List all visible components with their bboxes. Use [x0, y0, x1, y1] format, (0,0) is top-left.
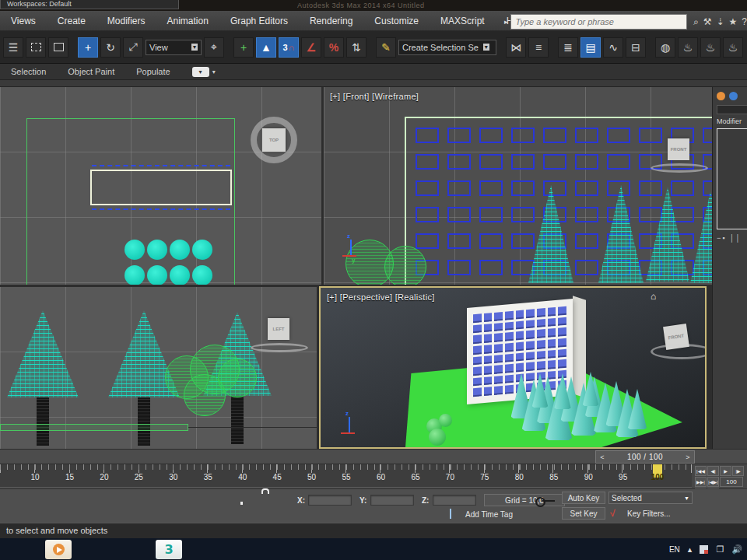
window-crossing-icon[interactable]: [48, 37, 68, 58]
render-setup-button[interactable]: ♨: [678, 37, 698, 58]
use-pivot-center-button[interactable]: ⌖: [204, 37, 224, 58]
time-slider-handle[interactable]: < 100 / 100 >: [595, 450, 695, 464]
current-frame-field[interactable]: 100: [720, 477, 743, 487]
viewport-perspective[interactable]: [+] [Perspective] [Realistic] ⌂ FRONT z: [319, 286, 707, 449]
named-selection-set-dropdown[interactable]: Create Selection Se ▾: [398, 40, 496, 55]
snap-toggle-3d-button[interactable]: 3∩: [279, 37, 299, 58]
next-frame-button[interactable]: |▶: [732, 466, 744, 476]
rendered-frame-button[interactable]: ♨: [700, 37, 721, 58]
spinner-snap-button[interactable]: ⇅: [346, 37, 366, 58]
go-to-start-button[interactable]: |◀◀: [695, 466, 707, 476]
reference-coordinate-dropdown[interactable]: View ▾: [146, 40, 202, 55]
wrench-icon[interactable]: ⚒: [703, 16, 712, 27]
keyboard-override-button[interactable]: ✎: [376, 37, 396, 58]
taskbar-media-app-icon[interactable]: [45, 540, 72, 559]
menu-rendering[interactable]: Rendering: [299, 11, 363, 31]
tab-populate[interactable]: Populate: [125, 64, 181, 80]
object-name-field[interactable]: [717, 105, 747, 114]
menu-graph-editors[interactable]: Graph Editors: [219, 11, 299, 31]
menu-views[interactable]: Views: [0, 11, 47, 31]
scene-explorer-button[interactable]: ▤: [580, 37, 601, 58]
schematic-view-button[interactable]: ⊟: [626, 37, 646, 58]
key-mode-toggle[interactable]: |◀▶|: [707, 477, 719, 487]
menu-animation[interactable]: Animation: [156, 11, 219, 31]
menu-customize[interactable]: Customize: [363, 11, 430, 31]
previous-frame-button[interactable]: ◀|: [707, 466, 719, 476]
action-center-flag-icon[interactable]: [700, 545, 708, 554]
select-manipulate-button[interactable]: +: [233, 37, 254, 58]
viewcube-ring-front[interactable]: [651, 163, 708, 173]
menu-maxscript[interactable]: MAXScript: [430, 11, 496, 31]
viewport-front[interactable]: [+] [Front] [Wireframe] z y FRONT: [324, 87, 712, 285]
viewcube-ring-left[interactable]: [251, 343, 308, 352]
key-selection-dropdown[interactable]: Selected ▼: [608, 492, 693, 504]
play-button[interactable]: ▶: [720, 466, 731, 476]
viewcube-front[interactable]: FRONT: [668, 138, 689, 160]
z-coordinate-field[interactable]: [433, 495, 476, 506]
binoculars-icon[interactable]: ⌕: [693, 16, 699, 27]
tab-object-paint[interactable]: Object Paint: [57, 64, 125, 80]
signin-icon[interactable]: ⇣: [716, 16, 724, 27]
speaker-icon[interactable]: 🔊: [731, 544, 742, 555]
menu-modifiers[interactable]: Modifiers: [96, 11, 156, 31]
ribbon-minimize-dropdown-icon[interactable]: ▾: [212, 68, 216, 75]
add-time-tag-label[interactable]: Add Time Tag: [465, 510, 513, 519]
key-filters-button[interactable]: Key Filters...: [627, 509, 671, 518]
modify-tab-icon[interactable]: [729, 92, 738, 100]
time-tag-icon[interactable]: [450, 509, 451, 519]
3dsmax-logo-icon: З: [165, 543, 174, 557]
infocenter-caret-icon[interactable]: ▸: [504, 18, 508, 26]
viewport-left[interactable]: LEFT: [0, 287, 317, 449]
select-by-name-icon[interactable]: ☰: [3, 37, 23, 58]
viewport-label-front[interactable]: [+] [Front] [Wireframe]: [330, 92, 419, 101]
percent-snap-button[interactable]: %: [324, 37, 344, 58]
viewcube-ring-perspective[interactable]: [651, 344, 707, 359]
modifier-list-label[interactable]: Modifier: [713, 117, 747, 125]
viewport-label-perspective[interactable]: [+] [Perspective] [Realistic]: [327, 292, 435, 302]
create-tab-icon[interactable]: [717, 92, 725, 100]
angle-snap-button[interactable]: ∠: [301, 37, 321, 58]
layer-manager-button[interactable]: ≣: [558, 37, 578, 58]
auto-key-button[interactable]: Auto Key: [562, 492, 605, 504]
x-coordinate-field[interactable]: [308, 495, 352, 506]
rectangular-selection-icon[interactable]: [26, 37, 46, 58]
select-move-button[interactable]: +: [78, 37, 98, 58]
next-frame-arrow[interactable]: >: [682, 453, 694, 461]
modifier-stack-buttons[interactable]: −▪ ││: [713, 229, 747, 242]
trackbar-frame-label: 45: [273, 473, 282, 481]
go-to-end-button[interactable]: ▶▶|: [695, 477, 707, 487]
help-icon[interactable]: ?: [742, 16, 747, 27]
arrow-up-button[interactable]: ▲: [256, 37, 276, 58]
search-input[interactable]: [510, 14, 687, 30]
align-button[interactable]: ≡: [528, 37, 549, 58]
window-tray-icon[interactable]: ❐: [716, 544, 724, 555]
ribbon-minimize-button[interactable]: ▾: [192, 67, 209, 77]
new-key-curve-icon[interactable]: √: [610, 508, 615, 519]
tray-chevron-icon[interactable]: ▴: [688, 544, 693, 555]
previous-frame-arrow[interactable]: <: [596, 453, 608, 461]
viewcube-left[interactable]: LEFT: [268, 318, 289, 340]
curve-editor-button[interactable]: ∿: [603, 37, 623, 58]
render-production-button[interactable]: ♨: [723, 37, 743, 58]
window-cell: [639, 180, 662, 196]
star-icon[interactable]: ★: [729, 16, 738, 27]
window-cell: [447, 180, 471, 196]
track-bar-ruler[interactable]: 101520253035404550556065707580859095100: [0, 464, 692, 488]
taskbar-3dsmax-icon[interactable]: З: [156, 540, 182, 559]
language-indicator[interactable]: EN: [669, 545, 680, 554]
viewcube-top[interactable]: TOP: [262, 128, 286, 152]
tab-selection[interactable]: Selection: [0, 64, 57, 80]
set-key-button[interactable]: Set Key: [562, 507, 605, 520]
material-editor-button[interactable]: ◍: [655, 37, 675, 58]
home-icon[interactable]: ⌂: [651, 291, 656, 302]
select-rotate-button[interactable]: ↻: [100, 37, 121, 58]
viewport-top[interactable]: TOP: [0, 87, 321, 285]
select-scale-button[interactable]: ⤢: [123, 37, 143, 58]
workspace-dropdown[interactable]: Workspaces: Default: [0, 0, 179, 9]
menu-create[interactable]: Create: [47, 11, 96, 31]
time-slider-track[interactable]: < 100 / 100 >: [0, 449, 747, 464]
mirror-button[interactable]: ⋈: [506, 37, 526, 58]
modifier-stack-list[interactable]: [717, 128, 747, 229]
window-cell: [473, 335, 482, 345]
y-coordinate-field[interactable]: [370, 495, 414, 506]
